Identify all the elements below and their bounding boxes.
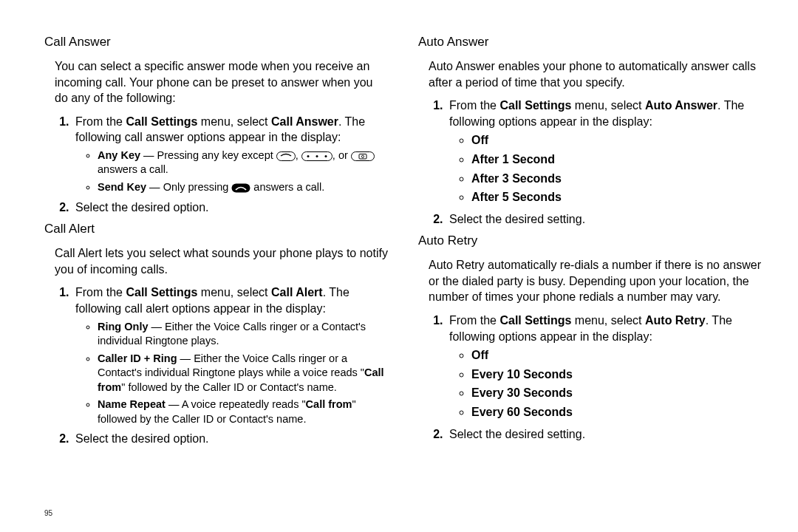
text: " followed by the Caller ID or Contact's… xyxy=(121,381,337,393)
text: From the xyxy=(449,99,499,112)
list-item: Off xyxy=(471,132,763,149)
svg-point-2 xyxy=(307,155,309,157)
text: — Pressing any key except xyxy=(140,149,276,161)
page-content: Call Answer You can select a specific an… xyxy=(0,0,798,471)
text-bold: Call Answer xyxy=(271,115,338,128)
call-alert-steps: From the Call Settings menu, select Call… xyxy=(55,284,389,447)
auto-answer-intro: Auto Answer enables your phone to automa… xyxy=(429,58,763,90)
text: — Only pressing xyxy=(146,181,231,193)
list-item: After 1 Second xyxy=(471,151,763,168)
option-label: Send Key xyxy=(98,181,146,193)
list-item: Select the desired setting. xyxy=(446,426,763,443)
option-label: Any Key xyxy=(98,149,140,161)
list-item: Any Key — Pressing any key except , , or… xyxy=(98,149,389,177)
text-bold: Call Settings xyxy=(499,99,571,112)
option-label: Caller ID + Ring xyxy=(98,352,177,364)
call-alert-intro: Call Alert lets you select what sounds y… xyxy=(55,245,389,277)
text: — A voice repeatedly reads " xyxy=(166,398,306,410)
heading-call-answer: Call Answer xyxy=(44,34,389,51)
call-answer-intro: You can select a specific answer mode wh… xyxy=(55,58,389,106)
text: menu, select xyxy=(571,99,645,112)
list-item: Every 30 Seconds xyxy=(471,385,763,401)
list-item: Send Key — Only pressing answers a call. xyxy=(98,180,389,195)
text-bold: Call Settings xyxy=(126,286,197,299)
list-item: Select the desired option. xyxy=(72,200,389,216)
text: , xyxy=(296,149,301,161)
list-item: From the Call Settings menu, select Call… xyxy=(72,284,389,426)
call-answer-steps: From the Call Settings menu, select Call… xyxy=(55,114,389,215)
camera-key-icon xyxy=(351,151,375,162)
text: From the xyxy=(75,286,126,299)
auto-retry-options: Off Every 10 Seconds Every 30 Seconds Ev… xyxy=(458,347,763,420)
text: From the xyxy=(449,314,499,327)
list-item: After 5 Seconds xyxy=(471,189,763,205)
text-bold: Call Settings xyxy=(126,115,197,128)
text-bold: Call from xyxy=(306,398,352,410)
text: answers a call. xyxy=(250,181,324,193)
text-bold: Call Alert xyxy=(271,286,323,299)
list-item: Name Repeat — A voice repeatedly reads "… xyxy=(98,398,389,426)
heading-auto-retry: Auto Retry xyxy=(418,233,763,250)
list-item: Every 60 Seconds xyxy=(471,404,763,420)
call-alert-options: Ring Only — Either the Voice Calls ringe… xyxy=(84,320,389,427)
text-bold: Call Settings xyxy=(499,314,571,327)
text: menu, select xyxy=(197,115,271,128)
list-item: Every 10 Seconds xyxy=(471,366,763,383)
send-key-icon xyxy=(231,183,250,194)
list-item: From the Call Settings menu, select Auto… xyxy=(446,98,763,205)
auto-answer-steps: From the Call Settings menu, select Auto… xyxy=(429,98,763,227)
svg-point-3 xyxy=(316,155,318,157)
page-number: 95 xyxy=(44,509,52,517)
text: From the xyxy=(75,115,126,128)
auto-answer-options: Off After 1 Second After 3 Seconds After… xyxy=(458,132,763,205)
call-answer-options: Any Key — Pressing any key except , , or… xyxy=(84,149,389,195)
text: answers a call. xyxy=(98,163,168,175)
svg-rect-5 xyxy=(351,151,374,160)
list-item: Select the desired setting. xyxy=(446,211,763,228)
list-item: Caller ID + Ring — Either the Voice Call… xyxy=(98,352,389,395)
left-column: Call Answer You can select a specific an… xyxy=(44,34,389,453)
end-key-icon xyxy=(276,151,296,162)
svg-point-4 xyxy=(324,155,327,157)
text: menu, select xyxy=(197,286,271,299)
auto-retry-steps: From the Call Settings menu, select Auto… xyxy=(429,313,763,442)
text-bold: Auto Answer xyxy=(645,99,717,112)
list-item: From the Call Settings menu, select Call… xyxy=(72,114,389,195)
list-item: Ring Only — Either the Voice Calls ringe… xyxy=(98,320,389,349)
list-item: Select the desired option. xyxy=(72,431,389,447)
svg-rect-0 xyxy=(276,151,295,160)
list-item: After 3 Seconds xyxy=(471,171,763,187)
heading-call-alert: Call Alert xyxy=(44,221,389,238)
list-item: From the Call Settings menu, select Auto… xyxy=(446,313,763,420)
auto-retry-intro: Auto Retry automatically re-dials a numb… xyxy=(429,257,763,305)
volume-key-icon xyxy=(301,151,332,162)
svg-rect-8 xyxy=(232,184,250,193)
option-label: Name Repeat xyxy=(98,398,166,410)
text-bold: Auto Retry xyxy=(645,314,706,327)
text: menu, select xyxy=(571,314,645,327)
text: , or xyxy=(332,149,351,161)
option-label: Ring Only xyxy=(98,321,148,332)
right-column: Auto Answer Auto Answer enables your pho… xyxy=(418,34,763,453)
list-item: Off xyxy=(471,347,763,364)
heading-auto-answer: Auto Answer xyxy=(418,34,763,51)
